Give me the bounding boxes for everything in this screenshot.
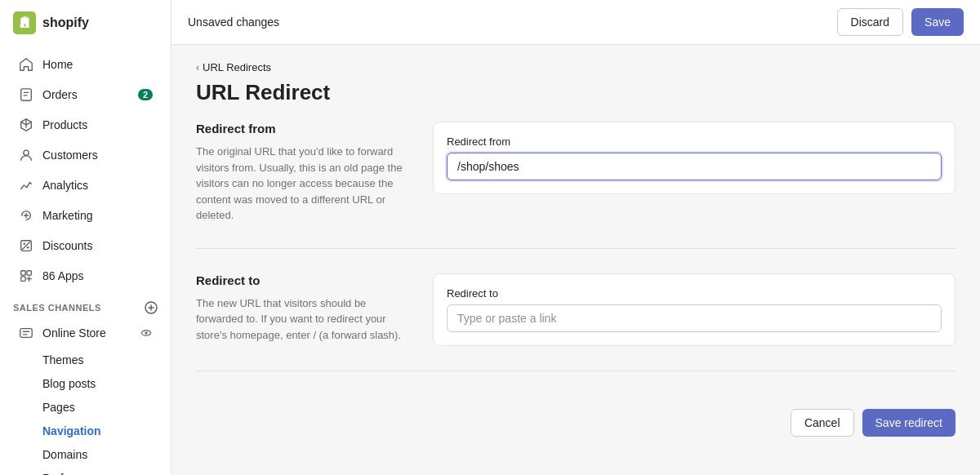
products-icon	[18, 117, 34, 133]
discard-button[interactable]: Discard	[837, 8, 903, 36]
sidebar-item-orders[interactable]: Orders 2	[5, 80, 166, 109]
svg-rect-8	[21, 277, 25, 281]
analytics-icon	[18, 177, 34, 193]
redirect-from-left: Redirect from The original URL that you'…	[196, 122, 408, 224]
redirect-from-input[interactable]	[447, 153, 942, 180]
main-content: Unsaved changes Discard Save ‹ URL Redir…	[172, 0, 980, 475]
redirect-from-heading: Redirect from	[196, 122, 408, 135]
sidebar-item-products[interactable]: Products	[5, 110, 166, 140]
discounts-icon	[18, 238, 34, 254]
sidebar-item-apps[interactable]: 86 Apps	[5, 261, 166, 291]
logo[interactable]: shopify	[0, 0, 171, 46]
redirect-to-section: Redirect to The new URL that visitors sh…	[196, 273, 956, 371]
redirect-from-section: Redirect from The original URL that you'…	[196, 122, 956, 249]
eye-icon[interactable]	[140, 326, 153, 340]
sidebar-item-marketing[interactable]: Marketing	[5, 201, 166, 230]
sidebar-sub-item-blog-posts[interactable]: Blog posts	[5, 372, 166, 395]
breadcrumb-chevron-icon: ‹	[196, 62, 199, 73]
unsaved-changes-label: Unsaved changes	[188, 16, 279, 29]
redirect-from-right: Redirect from	[433, 122, 956, 224]
customers-icon	[18, 147, 34, 163]
save-button[interactable]: Save	[911, 8, 964, 36]
redirect-to-card: Redirect to	[433, 273, 956, 346]
save-redirect-button[interactable]: Save redirect	[862, 409, 956, 437]
home-icon	[18, 56, 34, 73]
logo-text: shopify	[42, 16, 89, 30]
redirect-from-field-label: Redirect from	[447, 135, 942, 148]
sidebar-item-online-store[interactable]: Online Store	[5, 318, 166, 348]
add-sales-channel-icon[interactable]	[145, 301, 158, 314]
orders-icon	[18, 87, 34, 103]
svg-rect-1	[21, 89, 32, 100]
svg-point-3	[23, 242, 25, 245]
page-title: URL Redirect	[196, 80, 956, 105]
cancel-button[interactable]: Cancel	[791, 409, 854, 437]
sidebar-sub-item-preferences[interactable]: Preferences	[5, 467, 166, 475]
redirect-to-description: The new URL that visitors should be forw…	[196, 295, 408, 344]
bottom-actions: Cancel Save redirect	[196, 396, 956, 437]
shopify-logo-icon	[13, 11, 36, 34]
redirect-from-card: Redirect from	[433, 122, 956, 194]
topbar: Unsaved changes Discard Save	[172, 0, 980, 45]
svg-point-2	[24, 150, 29, 155]
sidebar-item-home[interactable]: Home	[5, 50, 166, 79]
apps-icon	[18, 268, 34, 284]
online-store-icon	[18, 325, 34, 341]
svg-rect-10	[20, 329, 32, 338]
content-area: ‹ URL Redirects URL Redirect Redirect fr…	[172, 45, 980, 475]
sidebar-item-customers[interactable]: Customers	[5, 140, 166, 170]
breadcrumb-link[interactable]: URL Redirects	[203, 61, 271, 73]
sales-channels-header: SALES CHANNELS	[0, 291, 171, 317]
sidebar-nav: Home Orders 2 Products Customers	[0, 46, 171, 475]
sidebar-sub-item-themes[interactable]: Themes	[5, 348, 166, 371]
sidebar-sub-item-pages[interactable]: Pages	[5, 396, 166, 419]
breadcrumb[interactable]: ‹ URL Redirects	[196, 61, 956, 73]
svg-point-4	[27, 246, 29, 249]
svg-rect-7	[27, 271, 31, 275]
svg-point-12	[145, 331, 147, 334]
orders-badge: 2	[138, 89, 153, 100]
redirect-to-field-label: Redirect to	[447, 287, 942, 300]
redirect-from-description: The original URL that you'd like to forw…	[196, 144, 408, 224]
redirect-to-input[interactable]	[447, 304, 942, 332]
sidebar-sub-item-navigation[interactable]: Navigation	[5, 420, 166, 442]
marketing-icon	[18, 207, 34, 224]
sidebar-sub-item-domains[interactable]: Domains	[5, 443, 166, 466]
sidebar: shopify Home Orders 2 Products	[0, 0, 172, 475]
redirect-to-left: Redirect to The new URL that visitors sh…	[196, 273, 408, 346]
svg-rect-6	[21, 271, 25, 275]
topbar-actions: Discard Save	[837, 8, 964, 36]
sidebar-item-discounts[interactable]: Discounts	[5, 231, 166, 260]
redirect-to-heading: Redirect to	[196, 273, 408, 287]
redirect-to-right: Redirect to	[433, 273, 956, 346]
sidebar-item-analytics[interactable]: Analytics	[5, 171, 166, 200]
